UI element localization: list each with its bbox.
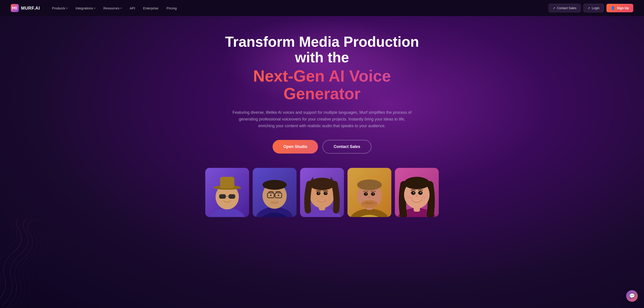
- nav-item-integrations[interactable]: Integrations ▾: [72, 4, 98, 12]
- svg-rect-0: [11, 4, 19, 12]
- svg-point-40: [366, 193, 367, 194]
- avatar-card-3: [300, 168, 344, 217]
- open-studio-button[interactable]: Open Studio: [272, 140, 318, 154]
- svg-point-30: [326, 192, 326, 193]
- hero-section: Transform Media Production with the Next…: [0, 16, 644, 308]
- svg-point-52: [421, 196, 426, 199]
- nav-contact-sales-button[interactable]: ↗ Contact Sales: [548, 4, 581, 12]
- nav-signup-button[interactable]: 👤 Sign Up: [606, 4, 633, 12]
- svg-point-21: [278, 195, 279, 196]
- svg-point-49: [420, 192, 422, 193]
- hero-subtitle: Featuring diverse, lifelike AI voices an…: [230, 109, 414, 129]
- nav-item-enterprise[interactable]: Enterprise: [140, 4, 162, 12]
- wave-decoration: [0, 219, 62, 308]
- hero-title-line1: Transform Media Production with the: [212, 34, 432, 65]
- navbar: MURF.AI Products ▾ Integrations ▾ Resour…: [0, 0, 644, 16]
- nav-left: MURF.AI Products ▾ Integrations ▾ Resour…: [11, 4, 180, 12]
- chat-bubble-button[interactable]: 💬: [626, 290, 638, 302]
- avatar-card-5: [395, 168, 439, 217]
- nav-item-api[interactable]: API: [126, 4, 138, 12]
- hero-cta-buttons: Open Studio Contact Sales: [212, 140, 432, 154]
- svg-point-26: [310, 178, 334, 190]
- svg-rect-8: [228, 194, 235, 199]
- chat-icon: 💬: [629, 293, 635, 299]
- avatar-person-4: [348, 168, 391, 217]
- svg-point-51: [408, 196, 413, 199]
- svg-point-14: [262, 180, 287, 190]
- svg-point-27: [316, 192, 320, 195]
- nav-links: Products ▾ Integrations ▾ Resources ▾ AP…: [49, 4, 180, 12]
- svg-point-46: [411, 191, 416, 195]
- svg-rect-31: [319, 206, 325, 210]
- chevron-down-icon: ▾: [66, 7, 68, 9]
- svg-point-20: [270, 195, 272, 196]
- svg-point-38: [364, 192, 368, 196]
- nav-item-products[interactable]: Products ▾: [49, 4, 71, 12]
- arrow-icon: ↗: [588, 6, 590, 10]
- svg-point-29: [318, 192, 319, 193]
- hero-title-line2: Next-Gen AI Voice Generator: [212, 67, 432, 103]
- logo-text: MURF.AI: [21, 5, 40, 11]
- avatar-card-2: [253, 168, 296, 217]
- avatar-person-1: [205, 168, 249, 217]
- avatar-person-2: [253, 168, 296, 217]
- svg-rect-7: [219, 194, 226, 199]
- svg-point-39: [371, 192, 375, 196]
- arrow-icon: ↗: [553, 6, 555, 10]
- avatar-person-5: [395, 168, 439, 217]
- avatar-card-1: [205, 168, 249, 217]
- avatar-person-3: [300, 168, 344, 217]
- avatar-cards-row: [205, 168, 439, 217]
- avatar-card-4: [348, 168, 391, 217]
- svg-point-28: [324, 192, 328, 195]
- hero-content: Transform Media Production with the Next…: [212, 34, 432, 168]
- svg-point-48: [413, 192, 414, 193]
- person-icon: 👤: [611, 6, 615, 10]
- chevron-down-icon: ▾: [94, 7, 95, 9]
- svg-point-36: [357, 180, 382, 190]
- nav-login-button[interactable]: ↗ Login: [584, 4, 604, 12]
- nav-right: ↗ Contact Sales ↗ Login 👤 Sign Up: [548, 4, 633, 12]
- nav-item-pricing[interactable]: Pricing: [163, 4, 180, 12]
- svg-point-22: [270, 201, 279, 204]
- logo[interactable]: MURF.AI: [11, 4, 40, 12]
- contact-sales-hero-button[interactable]: Contact Sales: [322, 140, 372, 154]
- svg-rect-6: [220, 177, 234, 188]
- svg-point-41: [373, 193, 374, 194]
- svg-point-47: [418, 191, 422, 195]
- svg-point-45: [404, 177, 430, 189]
- svg-rect-50: [414, 207, 420, 212]
- nav-item-resources[interactable]: Resources ▾: [100, 4, 125, 12]
- chevron-down-icon: ▾: [120, 7, 122, 9]
